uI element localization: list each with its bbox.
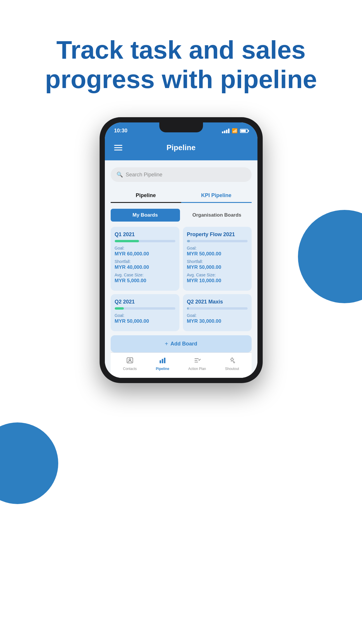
signal-icon: [222, 129, 229, 133]
board-title: Q1 2021: [115, 231, 175, 238]
board-title: Q2 2021: [115, 299, 175, 305]
goal-value: MYR 50,000.00: [187, 251, 248, 257]
progress-bar: [115, 240, 175, 242]
search-placeholder: Search Pipeline: [126, 172, 163, 178]
phone-notch: [159, 122, 203, 132]
goal-label: Goal:: [115, 246, 175, 250]
headline-section: Track task and sales progress with pipel…: [0, 0, 362, 117]
search-bar[interactable]: 🔍 Search Pipeline: [111, 167, 252, 182]
main-tabs: Pipeline KPI Pipeline: [111, 189, 252, 203]
wifi-icon: 📶: [232, 128, 238, 134]
shoutout-icon: [229, 357, 236, 366]
status-icons: 📶: [222, 128, 248, 134]
progress-bar: [187, 240, 248, 242]
avg-value: MYR 10,000.00: [187, 278, 248, 284]
shortfall-label: Shortfall:: [187, 259, 248, 264]
board-card-property-flow[interactable]: Property Flow 2021 Goal: MYR 50,000.00 S…: [183, 227, 252, 291]
add-board-button[interactable]: + Add Board: [111, 335, 252, 352]
goal-value: MYR 30,000.00: [187, 318, 248, 324]
subtab-organisation-boards[interactable]: Organisation Boards: [182, 209, 252, 222]
boards-grid: Q1 2021 Goal: MYR 60,000.00 Shortfall: M…: [111, 227, 252, 331]
sub-tabs: My Boards Organisation Boards: [111, 209, 252, 222]
plus-icon: +: [165, 341, 168, 347]
bg-decoration-left: [0, 422, 58, 504]
goal-label: Goal:: [115, 313, 175, 318]
goal-label: Goal:: [187, 313, 248, 318]
tab-pipeline[interactable]: Pipeline: [111, 189, 181, 203]
board-title: Q2 2021 Maxis: [187, 299, 248, 305]
progress-fill: [115, 307, 124, 310]
search-icon: 🔍: [116, 171, 123, 178]
svg-rect-3: [162, 359, 163, 363]
board-card-q1-2021[interactable]: Q1 2021 Goal: MYR 60,000.00 Shortfall: M…: [111, 227, 179, 291]
progress-bar: [187, 307, 248, 310]
nav-item-contacts[interactable]: Contacts: [123, 357, 137, 371]
avg-value: MYR 5,000.00: [115, 278, 175, 284]
shoutout-nav-label: Shoutout: [225, 367, 239, 371]
progress-fill: [187, 240, 190, 242]
tab-kpi-pipeline[interactable]: KPI Pipeline: [181, 189, 252, 203]
progress-fill: [187, 307, 189, 310]
phone-screen: 10:30 📶: [105, 122, 257, 378]
main-headline: Track task and sales progress with pipel…: [23, 35, 339, 94]
nav-item-shoutout[interactable]: Shoutout: [225, 357, 239, 371]
subtab-my-boards[interactable]: My Boards: [111, 209, 180, 222]
shortfall-value: MYR 40,000.00: [115, 264, 175, 270]
status-time: 10:30: [114, 128, 128, 134]
app-header: Pipeline: [105, 137, 257, 160]
contacts-icon: [126, 357, 133, 366]
svg-rect-2: [160, 360, 161, 363]
shortfall-value: MYR 50,000.00: [187, 264, 248, 270]
action-plan-icon: [194, 357, 201, 366]
svg-rect-4: [164, 358, 165, 363]
app-content: 🔍 Search Pipeline Pipeline KPI Pipeline …: [105, 160, 257, 378]
phone-mockup: 10:30 📶: [0, 117, 362, 383]
goal-value: MYR 50,000.00: [115, 318, 175, 324]
svg-point-1: [129, 359, 131, 361]
bottom-navigation: Contacts Pipeline: [111, 352, 252, 378]
hamburger-menu-icon[interactable]: [114, 145, 122, 150]
board-title: Property Flow 2021: [187, 231, 248, 238]
goal-label: Goal:: [187, 246, 248, 250]
app-title: Pipeline: [167, 143, 196, 152]
pipeline-nav-label: Pipeline: [156, 367, 169, 371]
board-card-q2-maxis[interactable]: Q2 2021 Maxis Goal: MYR 30,000.00: [183, 294, 252, 331]
avg-label: Avg. Case Size:: [187, 273, 248, 277]
nav-item-action-plan[interactable]: Action Plan: [188, 357, 206, 371]
progress-fill: [115, 240, 139, 242]
pipeline-icon: [159, 357, 166, 366]
phone-frame: 10:30 📶: [100, 117, 263, 383]
action-plan-nav-label: Action Plan: [188, 367, 206, 371]
add-board-label: Add Board: [170, 341, 197, 347]
battery-icon: [240, 129, 248, 133]
board-card-q2-2021[interactable]: Q2 2021 Goal: MYR 50,000.00: [111, 294, 179, 331]
progress-bar: [115, 307, 175, 310]
nav-item-pipeline[interactable]: Pipeline: [156, 357, 169, 371]
contacts-nav-label: Contacts: [123, 367, 137, 371]
shortfall-label: Shortfall:: [115, 259, 175, 264]
avg-label: Avg. Case Size:: [115, 273, 175, 277]
goal-value: MYR 60,000.00: [115, 251, 175, 257]
